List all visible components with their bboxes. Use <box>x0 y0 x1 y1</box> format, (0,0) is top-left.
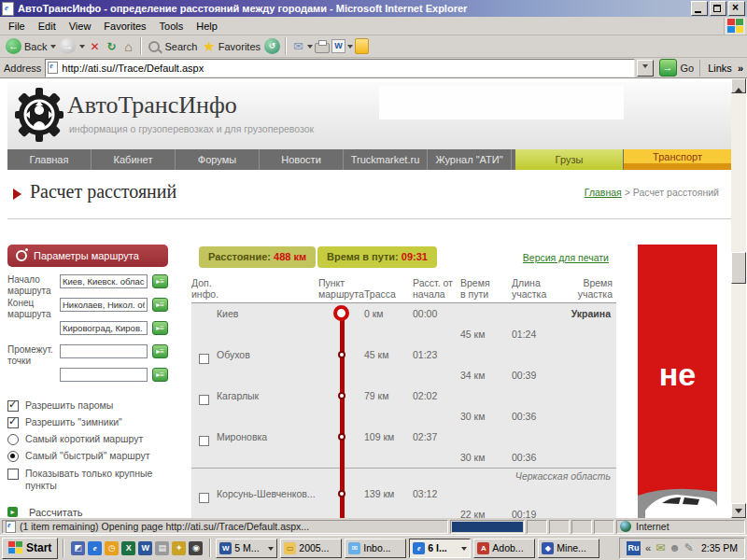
add-point-button[interactable] <box>152 368 168 382</box>
taskbar-window-button[interactable]: A Adob... <box>473 539 535 558</box>
add-point-button[interactable] <box>152 298 168 312</box>
distance-value: 488 км <box>274 251 306 262</box>
stop-icon[interactable]: ✕ <box>87 39 102 54</box>
route-marker-icon <box>338 392 345 399</box>
browser-quicklaunch-icon[interactable]: ◉ <box>189 541 203 555</box>
city-name[interactable]: Обухов <box>217 349 250 360</box>
route-point-input[interactable] <box>60 298 148 312</box>
outlook-quicklaunch-icon[interactable]: ◷ <box>105 541 119 555</box>
print-version-link[interactable]: Версия для печати <box>523 252 609 263</box>
route-option-row[interactable]: Разрешить паромы <box>7 399 168 412</box>
route-point-input[interactable] <box>60 344 148 358</box>
route-option-control[interactable] <box>7 417 19 428</box>
history-icon[interactable]: ↺ <box>264 38 280 54</box>
route-option-row[interactable]: Показывать только крупные пункты <box>7 468 168 492</box>
breadcrumb-home-link[interactable]: Главная <box>585 187 622 198</box>
minimize-button[interactable] <box>691 1 708 16</box>
edit-dropdown-icon[interactable] <box>347 45 353 51</box>
refresh-icon[interactable]: ↻ <box>104 39 119 54</box>
add-point-button[interactable] <box>152 274 168 288</box>
task-group-dropdown-icon[interactable] <box>461 547 467 553</box>
taskbar-window-button[interactable]: ✉ Inbo... <box>345 539 406 558</box>
nav-tab[interactable]: Журнал "АТИ" <box>428 149 512 170</box>
route-option-control[interactable] <box>7 434 19 445</box>
search-button[interactable]: Search <box>147 36 199 57</box>
menu-item[interactable]: Help <box>190 19 224 34</box>
edit-word-icon[interactable]: W <box>331 39 345 53</box>
security-zone-pane: Internet <box>616 520 745 534</box>
word-quicklaunch-icon[interactable]: W <box>138 541 152 555</box>
keys-quicklaunch-icon[interactable]: ✦ <box>172 541 186 555</box>
route-point-input[interactable] <box>60 368 148 382</box>
nav-tab[interactable]: Truckmarket.ru <box>344 149 428 170</box>
add-point-button[interactable] <box>152 321 168 335</box>
city-name[interactable]: Корсунь-Шевченков... <box>217 488 316 499</box>
ad-banner[interactable]: не <box>638 245 717 518</box>
menu-item[interactable]: Tools <box>153 19 190 34</box>
close-button[interactable] <box>728 1 745 16</box>
address-input[interactable]: http://ati.su//Trace/Default.aspx <box>45 59 634 77</box>
route-option-control[interactable] <box>7 451 19 462</box>
distance-from-start: 45 км <box>364 349 388 360</box>
pen-tray-icon[interactable]: ✎ <box>684 541 694 555</box>
excel-quicklaunch-icon[interactable]: X <box>121 541 135 555</box>
mail-button[interactable]: ✉ <box>291 36 305 57</box>
agent-tray-icon[interactable]: ☻ <box>669 541 681 555</box>
taskbar-separator <box>209 539 211 557</box>
messenger-icon[interactable] <box>355 38 369 54</box>
vertical-scrollbar[interactable] <box>731 78 746 518</box>
menu-item[interactable]: Edit <box>32 19 63 34</box>
route-point-input[interactable] <box>60 274 148 288</box>
site-logo-title[interactable]: АвтоТрансИнфо <box>67 91 237 119</box>
ie-quicklaunch-icon[interactable]: e <box>88 541 102 555</box>
forward-dropdown-icon[interactable] <box>79 45 85 51</box>
mail-tray-icon[interactable]: ✉ <box>655 541 665 555</box>
taskbar-window-button[interactable]: ▭ 2005... <box>280 539 342 558</box>
route-results: Расстояние: 488 км Время в пути: 09:31 В… <box>191 245 616 518</box>
nav-tab-transport[interactable]: Транспорт <box>624 149 731 170</box>
nav-tab[interactable]: Форумы <box>176 149 260 170</box>
print-icon[interactable] <box>315 43 330 53</box>
menu-item[interactable]: View <box>63 19 98 34</box>
route-option-row[interactable]: Самый короткий маршрут <box>7 433 168 445</box>
taskbar-window-button[interactable]: ◆ Mine... <box>538 539 599 558</box>
language-indicator[interactable]: Ru <box>627 541 641 555</box>
favorites-button[interactable]: ★ Favorites <box>201 36 262 57</box>
nav-tab[interactable]: Кабинет <box>92 149 176 170</box>
task-group-dropdown-icon[interactable] <box>268 547 274 553</box>
route-option-row[interactable]: Самый "быстрый" маршрут <box>7 450 168 462</box>
forward-button[interactable]: → <box>58 36 78 57</box>
address-dropdown[interactable] <box>637 60 654 77</box>
mail-dropdown-icon[interactable] <box>307 45 313 51</box>
city-name[interactable]: Мироновка <box>217 431 267 442</box>
scrollbar-thumb[interactable] <box>731 252 746 284</box>
outlook-express-icon: ✉ <box>348 542 360 554</box>
back-button[interactable]: ← Back <box>4 36 49 57</box>
nav-tab[interactable]: Новости <box>260 149 344 170</box>
nav-tab[interactable]: Главная <box>7 149 92 170</box>
start-button[interactable]: Start <box>2 538 58 559</box>
calculate-link[interactable]: Рассчитать <box>7 507 168 518</box>
menu-item[interactable]: File <box>2 19 32 34</box>
links-bar[interactable]: Links » <box>699 60 743 77</box>
route-point-input[interactable] <box>60 321 148 335</box>
home-icon[interactable]: ⌂ <box>120 39 135 54</box>
notes-quicklaunch-icon[interactable]: ▤ <box>155 541 169 555</box>
city-name[interactable]: Киев <box>217 308 238 319</box>
taskbar-window-button[interactable]: e 6 I... <box>409 539 471 558</box>
scroll-up-button[interactable] <box>731 78 746 93</box>
restore-button[interactable] <box>710 1 726 16</box>
taskbar-window-button[interactable]: W 5 M... <box>216 539 277 558</box>
msn-quicklaunch-icon[interactable]: ◩ <box>71 541 85 555</box>
back-dropdown-icon[interactable] <box>50 45 56 51</box>
route-option-row[interactable]: Разрешить "зимники" <box>7 416 168 428</box>
add-point-button[interactable] <box>152 344 168 358</box>
go-button[interactable]: → Go <box>659 59 695 77</box>
tray-chevron-icon[interactable]: « <box>645 542 651 553</box>
menu-item[interactable]: Favorites <box>97 19 152 34</box>
city-name[interactable]: Кагарлык <box>217 390 259 401</box>
nav-tab-cargo[interactable]: Грузы <box>515 149 623 170</box>
scroll-down-button[interactable] <box>731 503 746 518</box>
route-option-control[interactable] <box>7 469 19 480</box>
route-option-control[interactable] <box>7 400 19 412</box>
